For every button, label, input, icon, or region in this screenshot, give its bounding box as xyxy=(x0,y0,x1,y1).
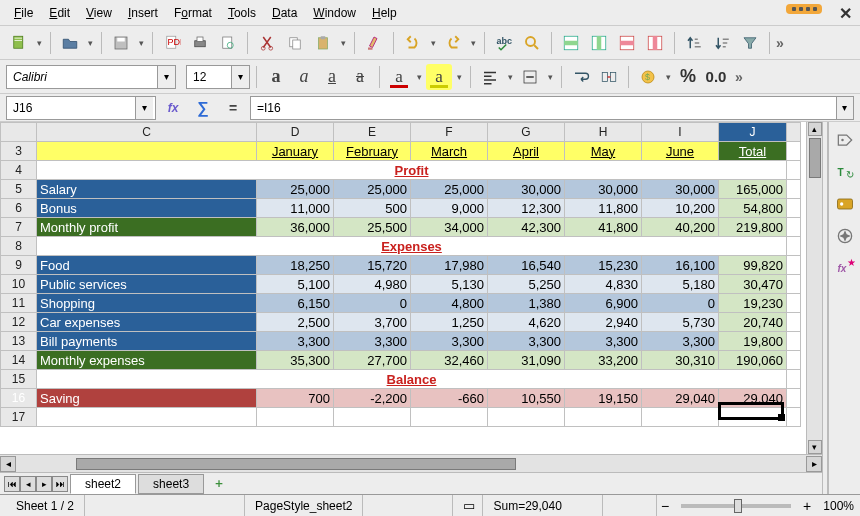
formula-eq-icon[interactable]: = xyxy=(220,95,246,121)
font-name-combo[interactable]: ▾ xyxy=(6,65,176,89)
formula-input[interactable] xyxy=(251,97,836,119)
row-17[interactable]: 17 xyxy=(1,408,801,427)
header-row[interactable]: 3 January February March April May June … xyxy=(1,142,801,161)
strikethrough-icon[interactable]: a xyxy=(347,64,373,90)
align-left-icon[interactable] xyxy=(477,64,503,90)
function-wizard-icon[interactable]: fx xyxy=(160,95,186,121)
menu-format[interactable]: Format xyxy=(166,2,220,24)
open-file-icon[interactable] xyxy=(57,30,83,56)
font-color-icon[interactable]: a xyxy=(386,64,412,90)
vertical-scrollbar[interactable]: ▴ ▾ xyxy=(806,122,822,454)
valign-dropdown[interactable]: ▾ xyxy=(545,64,555,90)
sort-asc-icon[interactable] xyxy=(681,30,707,56)
sidebar-styles-icon[interactable]: T↻ xyxy=(833,160,857,184)
row-saving[interactable]: 16 Saving 700-2,200-66010,55019,15029,04… xyxy=(1,389,801,408)
vscroll-thumb[interactable] xyxy=(809,138,821,178)
name-box[interactable]: ▾ xyxy=(6,96,156,120)
font-name-dropdown-icon[interactable]: ▾ xyxy=(157,66,175,88)
new-file-dropdown[interactable]: ▾ xyxy=(34,30,44,56)
row-monthly-expenses[interactable]: 14 Monthly expenses 35,30027,70032,46031… xyxy=(1,351,801,370)
delete-row-icon[interactable] xyxy=(614,30,640,56)
menu-window[interactable]: Window xyxy=(305,2,364,24)
align-dropdown[interactable]: ▾ xyxy=(505,64,515,90)
copy-icon[interactable] xyxy=(282,30,308,56)
sidebar-properties-icon[interactable] xyxy=(833,128,857,152)
redo-dropdown[interactable]: ▾ xyxy=(468,30,478,56)
export-pdf-icon[interactable]: PDF xyxy=(159,30,185,56)
menu-tools[interactable]: Tools xyxy=(220,2,264,24)
font-color-dropdown[interactable]: ▾ xyxy=(414,64,424,90)
row-public[interactable]: 10 Public services 5,1004,9805,1305,2504… xyxy=(1,275,801,294)
highlight-color-icon[interactable]: a xyxy=(426,64,452,90)
clone-format-icon[interactable] xyxy=(361,30,387,56)
row-salary[interactable]: 5 Salary 25,00025,00025,00030,00030,0003… xyxy=(1,180,801,199)
sum-icon[interactable]: ∑ xyxy=(190,95,216,121)
add-sheet-icon[interactable]: ＋ xyxy=(210,476,228,492)
font-name-input[interactable] xyxy=(7,66,157,88)
redo-icon[interactable] xyxy=(440,30,466,56)
zoom-in-icon[interactable]: + xyxy=(799,498,815,514)
close-icon[interactable]: ✕ xyxy=(839,4,852,23)
status-sum[interactable]: Sum=29,040 xyxy=(483,495,603,516)
tab-nav-prev-icon[interactable]: ◂ xyxy=(20,476,36,492)
delete-col-icon[interactable] xyxy=(642,30,668,56)
sheet-tab-2[interactable]: sheet3 xyxy=(138,474,204,494)
print-preview-icon[interactable] xyxy=(215,30,241,56)
row-bonus[interactable]: 6 Bonus 11,0005009,00012,30011,80010,200… xyxy=(1,199,801,218)
sidebar-navigator-icon[interactable] xyxy=(833,224,857,248)
spreadsheet-grid[interactable]: C D E F G H I J 3 January February March xyxy=(0,122,806,454)
undo-icon[interactable] xyxy=(400,30,426,56)
menu-edit[interactable]: Edit xyxy=(41,2,78,24)
row-shopping[interactable]: 11 Shopping 6,15004,8001,3806,9000 19,23… xyxy=(1,294,801,313)
paste-dropdown[interactable]: ▾ xyxy=(338,30,348,56)
cut-icon[interactable] xyxy=(254,30,280,56)
autofilter-icon[interactable] xyxy=(737,30,763,56)
font-size-dropdown-icon[interactable]: ▾ xyxy=(231,66,249,88)
menu-file[interactable]: File xyxy=(6,2,41,24)
new-file-icon[interactable] xyxy=(6,30,32,56)
tab-nav-next-icon[interactable]: ▸ xyxy=(36,476,52,492)
section-profit[interactable]: 4 Profit xyxy=(1,161,801,180)
italic-icon[interactable]: a xyxy=(291,64,317,90)
zoom-knob[interactable] xyxy=(734,499,742,513)
scroll-right-icon[interactable]: ▸ xyxy=(806,456,822,472)
scroll-down-icon[interactable]: ▾ xyxy=(808,440,822,454)
hscroll-thumb[interactable] xyxy=(76,458,516,470)
status-pagestyle[interactable]: PageStyle_sheet2 xyxy=(245,495,363,516)
window-handle[interactable] xyxy=(786,4,822,14)
sidebar-gallery-icon[interactable] xyxy=(833,192,857,216)
name-box-input[interactable] xyxy=(7,97,135,119)
sheet-tab-1[interactable]: sheet2 xyxy=(70,474,136,494)
insert-row-icon[interactable] xyxy=(558,30,584,56)
section-expenses[interactable]: 8 Expenses xyxy=(1,237,801,256)
menu-help[interactable]: Help xyxy=(364,2,405,24)
insert-col-icon[interactable] xyxy=(586,30,612,56)
sort-desc-icon[interactable] xyxy=(709,30,735,56)
bold-icon[interactable]: a xyxy=(263,64,289,90)
underline-icon[interactable]: a xyxy=(319,64,345,90)
insert-mode-icon[interactable]: ▭ xyxy=(463,498,475,513)
toolbar-overflow-icon[interactable]: » xyxy=(776,35,784,51)
undo-dropdown[interactable]: ▾ xyxy=(428,30,438,56)
formula-expand-icon[interactable]: ▾ xyxy=(836,97,854,119)
zoom-percent[interactable]: 100% xyxy=(815,499,854,513)
section-balance[interactable]: 15 Balance xyxy=(1,370,801,389)
percent-icon[interactable]: % xyxy=(675,64,701,90)
font-size-input[interactable] xyxy=(187,66,231,88)
font-size-combo[interactable]: ▾ xyxy=(186,65,250,89)
row-car[interactable]: 12 Car expenses 2,5003,7001,2504,6202,94… xyxy=(1,313,801,332)
column-headers[interactable]: C D E F G H I J xyxy=(1,123,801,142)
sidebar-functions-icon[interactable]: fx★ xyxy=(833,256,857,280)
row-food[interactable]: 9 Food 18,25015,72017,98016,54015,23016,… xyxy=(1,256,801,275)
row-monthly-profit[interactable]: 7 Monthly profit 36,00025,50034,00042,30… xyxy=(1,218,801,237)
save-dropdown[interactable]: ▾ xyxy=(136,30,146,56)
open-dropdown[interactable]: ▾ xyxy=(85,30,95,56)
print-icon[interactable] xyxy=(187,30,213,56)
scroll-left-icon[interactable]: ◂ xyxy=(0,456,16,472)
zoom-out-icon[interactable]: − xyxy=(657,498,673,514)
valign-icon[interactable] xyxy=(517,64,543,90)
menu-data[interactable]: Data xyxy=(264,2,305,24)
spellcheck-icon[interactable]: abc xyxy=(491,30,517,56)
tab-nav-first-icon[interactable]: ⏮ xyxy=(4,476,20,492)
menu-view[interactable]: View xyxy=(78,2,120,24)
